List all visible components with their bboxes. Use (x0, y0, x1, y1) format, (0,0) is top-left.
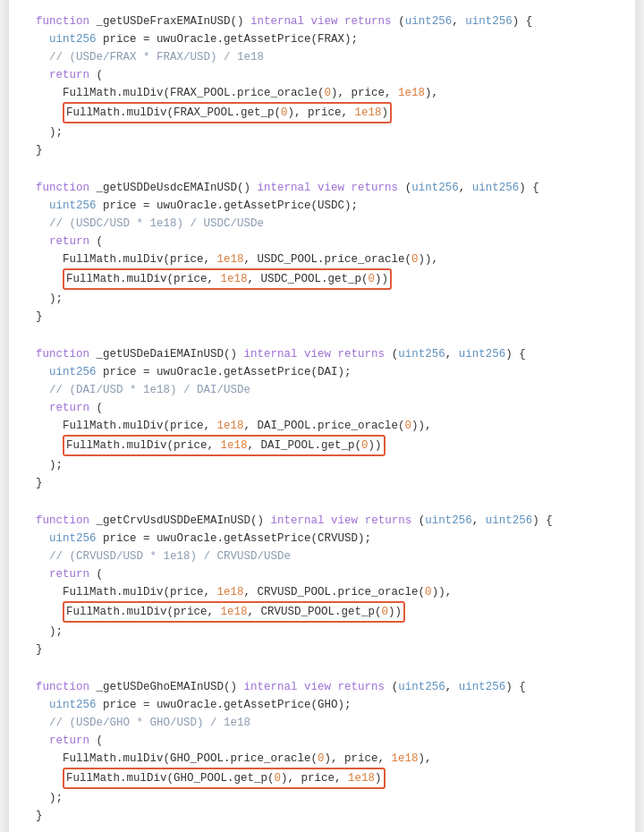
fn-normal-call-frax: FullMath.mulDiv(FRAX_POOL.price_oracle(0… (36, 84, 608, 102)
fn-closing-frax: } (36, 141, 608, 159)
fn-comment-dai: // (DAI/USD * 1e18) / DAI/USDe (36, 381, 608, 399)
fn-signature-crvusd: function _getCrvUsdUSDDeEMAInUSD() inter… (36, 512, 608, 530)
fn-return-close-frax: ); (36, 123, 608, 141)
fn-comment-usdc: // (USDC/USD * 1e18) / USDC/USDe (36, 215, 608, 233)
fn-comment-crvusd: // (CRVUSD/USD * 1e18) / CRVUSD/USDe (36, 548, 608, 565)
fn-closing-usdc: } (36, 308, 608, 326)
function-block-frax: function _getUSDeFraxEMAInUSD() internal… (36, 13, 608, 159)
fn-closing-gho: } (36, 807, 608, 825)
fn-price-crvusd: uint256 price = uwuOracle.getAssetPrice(… (36, 530, 608, 548)
fn-return-open-crvusd: return ( (36, 565, 608, 583)
fn-signature-gho: function _getUSDeGhoEMAInUSD() internal … (36, 678, 608, 696)
fn-highlighted-call-frax: FullMath.mulDiv(FRAX_POOL.get_p(0), pric… (36, 102, 608, 123)
fn-signature-usdc: function _getUSDDeUsdcEMAInUSD() interna… (36, 179, 608, 197)
fn-normal-call-usdc: FullMath.mulDiv(price, 1e18, USDC_POOL.p… (36, 250, 608, 268)
fn-return-open-frax: return ( (36, 66, 608, 84)
function-block-dai: function _getUSDeDaiEMAInUSD() internal … (36, 345, 608, 492)
fn-return-close-dai: ); (36, 456, 608, 474)
fn-price-frax: uint256 price = uwuOracle.getAssetPrice(… (36, 30, 608, 48)
fn-normal-call-gho: FullMath.mulDiv(GHO_POOL.price_oracle(0)… (36, 750, 608, 768)
fn-closing-crvusd: } (36, 641, 608, 658)
fn-price-dai: uint256 price = uwuOracle.getAssetPrice(… (36, 363, 608, 381)
fn-return-open-usdc: return ( (36, 233, 608, 250)
fn-normal-call-dai: FullMath.mulDiv(price, 1e18, DAI_POOL.pr… (36, 417, 608, 435)
fn-price-usdc: uint256 price = uwuOracle.getAssetPrice(… (36, 197, 608, 215)
fn-normal-call-crvusd: FullMath.mulDiv(price, 1e18, CRVUSD_POOL… (36, 583, 608, 601)
fn-comment-gho: // (USDe/GHO * GHO/USD) / 1e18 (36, 714, 608, 732)
fn-return-open-dai: return ( (36, 399, 608, 417)
fn-signature-frax: function _getUSDeFraxEMAInUSD() internal… (36, 13, 608, 30)
code-content: function _getUSDeFraxEMAInUSD() internal… (9, 0, 635, 832)
fn-return-close-crvusd: ); (36, 623, 608, 641)
fn-signature-dai: function _getUSDeDaiEMAInUSD() internal … (36, 345, 608, 363)
fn-return-open-gho: return ( (36, 732, 608, 750)
fn-highlighted-call-gho: FullMath.mulDiv(GHO_POOL.get_p(0), price… (36, 768, 608, 789)
function-block-crvusd: function _getCrvUsdUSDDeEMAInUSD() inter… (36, 512, 608, 658)
fn-price-gho: uint256 price = uwuOracle.getAssetPrice(… (36, 696, 608, 714)
fn-highlighted-call-usdc: FullMath.mulDiv(price, 1e18, USDC_POOL.g… (36, 268, 608, 290)
fn-highlighted-call-crvusd: FullMath.mulDiv(price, 1e18, CRVUSD_POOL… (36, 601, 608, 623)
function-block-gho: function _getUSDeGhoEMAInUSD() internal … (36, 678, 608, 825)
fn-closing-dai: } (36, 474, 608, 492)
fn-return-close-usdc: ); (36, 290, 608, 308)
fn-comment-frax: // (USDe/FRAX * FRAX/USD) / 1e18 (36, 48, 608, 66)
fn-highlighted-call-dai: FullMath.mulDiv(price, 1e18, DAI_POOL.ge… (36, 435, 608, 456)
code-window: function _getUSDeFraxEMAInUSD() internal… (9, 0, 635, 832)
fn-return-close-gho: ); (36, 789, 608, 807)
function-block-usdc: function _getUSDDeUsdcEMAInUSD() interna… (36, 179, 608, 326)
